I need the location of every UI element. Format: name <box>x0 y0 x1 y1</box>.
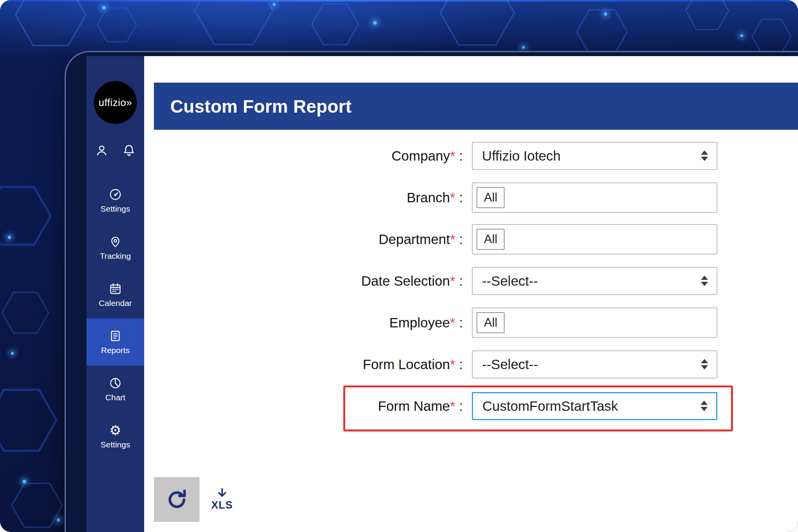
sidebar-item-label: Calendar <box>99 299 132 308</box>
form-row-employee: Employee*: All <box>144 302 736 343</box>
field-label: Form Name*: <box>144 398 463 414</box>
field-label: Department*: <box>144 232 463 247</box>
select-value: --Select-- <box>482 273 538 289</box>
notifications-bell-icon[interactable] <box>122 143 136 157</box>
uffizio-logo: uffizio» <box>94 81 137 124</box>
gear-icon: ⚙ <box>108 423 122 437</box>
form-row-form-name: Form Name*: CustomFormStartTask <box>144 385 736 427</box>
sidebar-item-label: Settings <box>101 204 130 214</box>
required-asterisk: * <box>450 148 455 163</box>
glow-dot <box>740 34 743 37</box>
required-asterisk: * <box>450 357 455 372</box>
form-row-form-location: Form Location*: --Select-- <box>144 343 736 385</box>
required-asterisk: * <box>450 273 455 288</box>
sidebar-item-label: Tracking <box>100 251 131 261</box>
page-title: Custom Form Report <box>170 96 351 117</box>
sidebar-item-chart[interactable]: Chart <box>87 366 144 413</box>
export-xls-button[interactable]: XLS <box>211 488 233 511</box>
refresh-button[interactable] <box>154 477 200 522</box>
required-asterisk: * <box>450 315 455 330</box>
glow-dot <box>11 352 14 355</box>
date-selection-select[interactable]: --Select-- <box>472 267 717 295</box>
department-multiselect[interactable]: All <box>472 224 717 255</box>
glow-dot <box>23 480 26 483</box>
select-value: Uffizio Iotech <box>482 148 561 164</box>
form-row-date-selection: Date Selection*: --Select-- <box>144 260 736 302</box>
map-pin-icon <box>108 235 122 249</box>
field-label: Employee*: <box>144 315 463 331</box>
user-icon[interactable] <box>95 143 109 157</box>
report-document-icon <box>108 329 122 343</box>
form-name-select[interactable]: CustomFormStartTask <box>472 392 717 420</box>
screen: uffizio» <box>0 0 798 532</box>
sidebar-quick-icons <box>87 143 144 157</box>
select-arrows-icon <box>701 150 708 161</box>
dashboard-gauge-icon <box>108 187 122 201</box>
sidebar-item-label: Chart <box>105 393 125 402</box>
branch-multiselect[interactable]: All <box>472 182 717 213</box>
field-label: Branch*: <box>144 190 463 205</box>
glow-dot <box>57 518 60 521</box>
main-content: Custom Form Report Company*: Uffizio Iot… <box>144 56 798 532</box>
selected-chip: All <box>477 229 505 250</box>
select-value: CustomFormStartTask <box>482 398 618 414</box>
glow-dot <box>273 3 275 6</box>
refresh-icon <box>165 488 189 512</box>
required-asterisk: * <box>450 398 455 414</box>
calendar-icon <box>108 282 122 296</box>
form-row-company: Company*: Uffizio Iotech <box>144 135 736 177</box>
select-arrows-icon <box>701 276 708 286</box>
form-row-branch: Branch*: All <box>144 177 736 218</box>
selected-chip: All <box>477 187 505 208</box>
sidebar-item-tracking[interactable]: Tracking <box>87 224 144 271</box>
employee-multiselect[interactable]: All <box>472 308 717 338</box>
report-filter-form: Company*: Uffizio Iotech Branch*: All <box>144 135 736 427</box>
company-select[interactable]: Uffizio Iotech <box>472 142 717 170</box>
glow-dot <box>373 21 377 25</box>
field-label: Form Location*: <box>144 357 463 372</box>
select-arrows-icon <box>701 401 708 411</box>
download-arrow-icon <box>214 488 230 501</box>
glow-dot <box>102 6 106 9</box>
glow-dot <box>604 12 607 16</box>
sidebar-item-settings[interactable]: Settings <box>87 177 144 224</box>
sidebar-item-label: Settings <box>101 440 130 449</box>
pie-chart-icon <box>108 376 122 390</box>
page-header: Custom Form Report <box>154 83 798 130</box>
glow-dot <box>522 46 525 49</box>
glow-dot <box>8 236 11 239</box>
field-label: Company*: <box>144 148 463 164</box>
selected-chip: All <box>477 312 505 333</box>
sidebar-item-calendar[interactable]: Calendar <box>87 271 144 318</box>
form-location-select[interactable]: --Select-- <box>472 350 717 378</box>
sidebar-item-reports[interactable]: Reports <box>87 318 144 366</box>
sidebar-item-settings-bottom[interactable]: ⚙ Settings <box>87 413 144 460</box>
sidebar-nav: Settings Tracking <box>87 177 144 460</box>
form-row-department: Department*: All <box>144 218 736 260</box>
select-arrows-icon <box>701 359 708 369</box>
report-toolbar: XLS <box>154 477 233 522</box>
sidebar-item-label: Reports <box>101 346 130 355</box>
required-asterisk: * <box>450 232 455 247</box>
field-label: Date Selection*: <box>144 273 463 289</box>
required-asterisk: * <box>450 190 455 205</box>
select-value: --Select-- <box>482 357 538 372</box>
app-window: uffizio» <box>65 51 798 532</box>
brand-text: uffizio» <box>99 97 132 109</box>
xls-label: XLS <box>211 499 233 511</box>
sidebar: uffizio» <box>87 56 144 532</box>
